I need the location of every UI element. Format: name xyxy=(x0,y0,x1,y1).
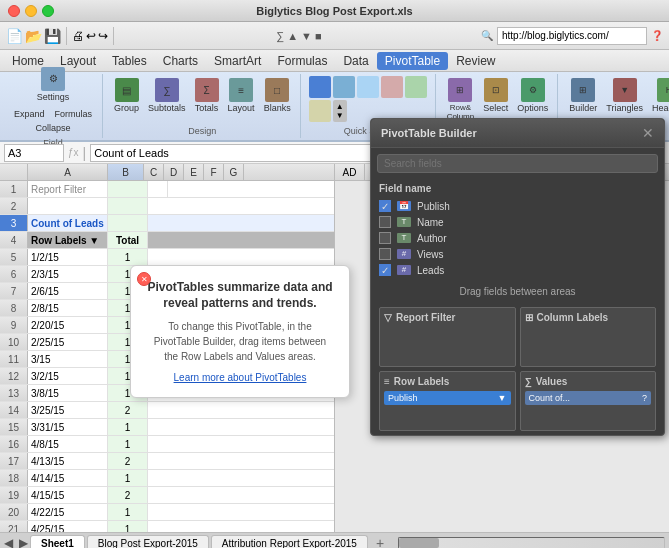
style-btn-1[interactable] xyxy=(309,76,331,98)
col-c-header[interactable]: C xyxy=(144,164,164,180)
triangles-button[interactable]: ▼ Triangles xyxy=(603,76,646,115)
sheet-tab-1[interactable]: Sheet1 xyxy=(30,535,85,549)
settings-button[interactable]: ⚙ Settings xyxy=(34,65,73,104)
h-scrollbar[interactable] xyxy=(398,537,665,549)
menu-pivottable[interactable]: PivotTable xyxy=(377,52,448,70)
maximize-button[interactable] xyxy=(42,5,54,17)
add-sheet-button[interactable]: + xyxy=(370,533,390,549)
menu-tables[interactable]: Tables xyxy=(104,52,155,70)
toolbar-placeholder: ∑ ▲ ▼ ■ xyxy=(276,30,321,42)
menu-smartart[interactable]: SmartArt xyxy=(206,52,269,70)
select-button[interactable]: ⊡ Select xyxy=(480,76,511,123)
subtotals-button[interactable]: ∑ Subtotals xyxy=(145,76,189,115)
leads-checkbox[interactable]: ✓ xyxy=(379,264,391,276)
values-info-icon[interactable]: ? xyxy=(642,393,647,403)
row-labels-publish-item[interactable]: Publish ▼ xyxy=(384,391,511,405)
style-btn-5[interactable] xyxy=(405,76,427,98)
field-publish[interactable]: ✓ 📅 Publish xyxy=(379,198,656,214)
field-views[interactable]: # Views xyxy=(379,246,656,262)
row-publish-dropdown-icon[interactable]: ▼ xyxy=(498,393,507,403)
column-labels-label: Column Labels xyxy=(537,312,609,323)
totals-button[interactable]: Σ Totals xyxy=(192,76,222,115)
prev-sheet-icon[interactable]: ◀ xyxy=(0,536,17,549)
blanks-button[interactable]: □ Blanks xyxy=(261,76,294,115)
tooltip-box: ✕ PivotTables summarize data and reveal … xyxy=(130,265,350,398)
table-row: 204/22/151 xyxy=(0,504,334,521)
col-ad-header[interactable]: AD xyxy=(335,164,365,180)
window-controls[interactable] xyxy=(8,5,54,17)
address-bar[interactable] xyxy=(497,27,647,45)
options-button[interactable]: ⚙ Options xyxy=(514,76,551,123)
cell-1b[interactable] xyxy=(108,181,148,197)
author-checkbox[interactable] xyxy=(379,232,391,244)
col-b-header[interactable]: B xyxy=(108,164,144,180)
next-sheet-icon[interactable]: ▶ xyxy=(17,536,30,549)
table-row: 184/14/151 xyxy=(0,470,334,487)
expand-button[interactable]: Expand xyxy=(10,108,49,120)
collapse-button[interactable]: Collapse xyxy=(32,122,75,134)
window-title: Biglytics Blog Post Export.xls xyxy=(256,5,412,17)
row-labels-area[interactable]: ≡ Row Labels Publish ▼ xyxy=(379,371,516,431)
menu-data[interactable]: Data xyxy=(335,52,376,70)
sheet-tab-2[interactable]: Blog Post Export-2015 xyxy=(87,535,209,549)
sheet-tab-3[interactable]: Attribution Report Export-2015 xyxy=(211,535,368,549)
cell-3b[interactable] xyxy=(108,215,148,231)
col-f-header[interactable]: F xyxy=(204,164,224,180)
undo-icon[interactable]: ↩ xyxy=(86,29,96,43)
col-a-header[interactable]: A xyxy=(28,164,108,180)
menu-review[interactable]: Review xyxy=(448,52,503,70)
name-checkbox[interactable] xyxy=(379,216,391,228)
cell-4b[interactable]: Total xyxy=(108,232,148,248)
new-icon[interactable]: 📄 xyxy=(6,28,23,44)
col-d-header[interactable]: D xyxy=(164,164,184,180)
minimize-button[interactable] xyxy=(25,5,37,17)
formulas-button[interactable]: Formulas xyxy=(51,108,97,120)
tooltip-title: PivotTables summarize data and reveal pa… xyxy=(147,280,333,311)
col-g-header[interactable]: G xyxy=(224,164,244,180)
field-leads[interactable]: ✓ # Leads xyxy=(379,262,656,278)
open-icon[interactable]: 📂 xyxy=(25,28,42,44)
style-btn-3[interactable] xyxy=(357,76,379,98)
redo-icon[interactable]: ↪ xyxy=(98,29,108,43)
cell-3a[interactable]: Count of Leads xyxy=(28,215,108,231)
quick-styles-dropdown[interactable]: ▲ ▼ xyxy=(333,100,347,122)
cell-2b[interactable] xyxy=(108,198,148,214)
publish-label: Publish xyxy=(417,201,450,212)
field-author[interactable]: T Author xyxy=(379,230,656,246)
col-e-header[interactable]: E xyxy=(184,164,204,180)
tooltip-close-button[interactable]: ✕ xyxy=(137,272,151,286)
builder-button[interactable]: ⊞ Builder xyxy=(566,76,600,115)
cell-4a[interactable]: Row Labels ▼ xyxy=(28,232,108,248)
headers-button[interactable]: H Headers xyxy=(649,76,669,115)
print-icon[interactable]: 🖨 xyxy=(72,29,84,43)
style-btn-4[interactable] xyxy=(381,76,403,98)
name-box[interactable] xyxy=(4,144,64,162)
values-count-item[interactable]: Count of... ? xyxy=(525,391,652,405)
style-btn-2[interactable] xyxy=(333,76,355,98)
h-scroll-thumb[interactable] xyxy=(399,538,439,548)
publish-checkbox[interactable]: ✓ xyxy=(379,200,391,212)
layout-button[interactable]: ≡ Layout xyxy=(225,76,258,115)
report-filter-area[interactable]: ▽ Report Filter xyxy=(379,307,516,367)
table-row: 153/31/151 xyxy=(0,419,334,436)
close-button[interactable] xyxy=(8,5,20,17)
menu-formulas[interactable]: Formulas xyxy=(269,52,335,70)
ribbon-group-field: ⚙ Settings Expand Formulas Collapse Fiel… xyxy=(4,74,103,138)
group-button[interactable]: ▤ Group xyxy=(111,76,142,115)
style-btn-6[interactable] xyxy=(309,100,331,122)
field-name[interactable]: T Name xyxy=(379,214,656,230)
filter-icon: ▽ xyxy=(384,312,392,323)
cell-2a[interactable] xyxy=(28,198,108,214)
pivot-close-icon[interactable]: ✕ xyxy=(642,125,654,141)
views-checkbox[interactable] xyxy=(379,248,391,260)
pivot-search-input[interactable] xyxy=(377,154,658,173)
row-column-button[interactable]: ⊞ Row& Column xyxy=(444,76,478,123)
values-area[interactable]: ∑ Values Count of... ? xyxy=(520,371,657,431)
save-icon[interactable]: 💾 xyxy=(44,28,61,44)
help-icon[interactable]: ❓ xyxy=(651,30,663,41)
column-labels-area[interactable]: ⊞ Column Labels xyxy=(520,307,657,367)
menu-charts[interactable]: Charts xyxy=(155,52,206,70)
tooltip-link[interactable]: Learn more about PivotTables xyxy=(147,372,333,383)
cell-1a[interactable]: Report Filter xyxy=(28,181,108,197)
menu-bar: Home Layout Tables Charts SmartArt Formu… xyxy=(0,50,669,72)
